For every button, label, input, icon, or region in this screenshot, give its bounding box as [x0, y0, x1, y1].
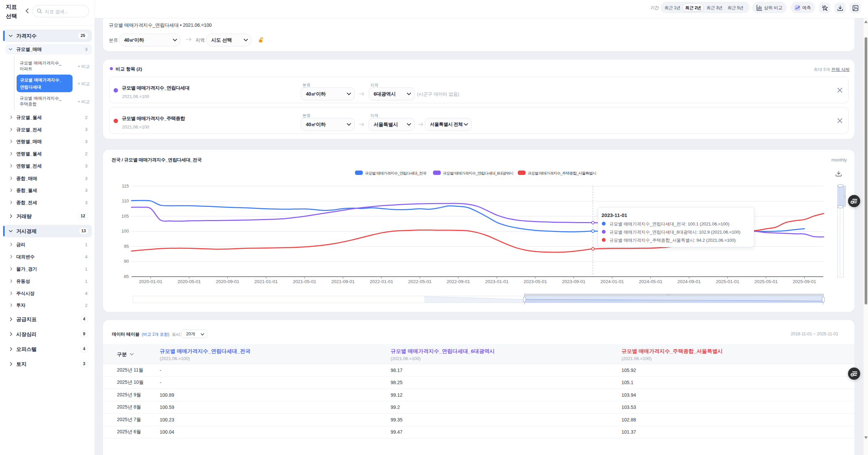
svg-text:2020-09-01: 2020-09-01 — [216, 279, 239, 284]
svg-text:105: 105 — [121, 214, 129, 219]
svg-text:2021-05-01: 2021-05-01 — [293, 279, 316, 284]
svg-text:85: 85 — [124, 274, 129, 279]
svg-text:2020-01-01: 2020-01-01 — [139, 279, 162, 284]
svg-text:2025-01-01: 2025-01-01 — [716, 279, 739, 284]
svg-text:115: 115 — [122, 183, 129, 189]
svg-text:2022-01-01: 2022-01-01 — [370, 279, 393, 284]
svg-text:2025-09-01: 2025-09-01 — [793, 279, 816, 284]
svg-text:2021-09-01: 2021-09-01 — [331, 279, 355, 284]
svg-text:2024-01-01: 2024-01-01 — [600, 279, 624, 284]
svg-text:2023-05-01: 2023-05-01 — [524, 279, 547, 284]
svg-text:2022-09-01: 2022-09-01 — [447, 279, 470, 284]
svg-text:95: 95 — [124, 244, 129, 249]
svg-text:2021-01-01: 2021-01-01 — [254, 279, 278, 284]
svg-text:90: 90 — [124, 259, 129, 264]
svg-text:2023-01-01: 2023-01-01 — [485, 279, 509, 284]
svg-text:2024-09-01: 2024-09-01 — [677, 279, 701, 284]
svg-text:2025-05-01: 2025-05-01 — [754, 279, 778, 284]
svg-text:2020-05-01: 2020-05-01 — [177, 279, 201, 284]
svg-text:100: 100 — [121, 229, 129, 234]
svg-text:2022-05-01: 2022-05-01 — [408, 279, 432, 284]
svg-text:110: 110 — [122, 198, 129, 203]
svg-text:2024-05-01: 2024-05-01 — [639, 279, 662, 284]
svg-text:2023-09-01: 2023-09-01 — [562, 279, 585, 284]
